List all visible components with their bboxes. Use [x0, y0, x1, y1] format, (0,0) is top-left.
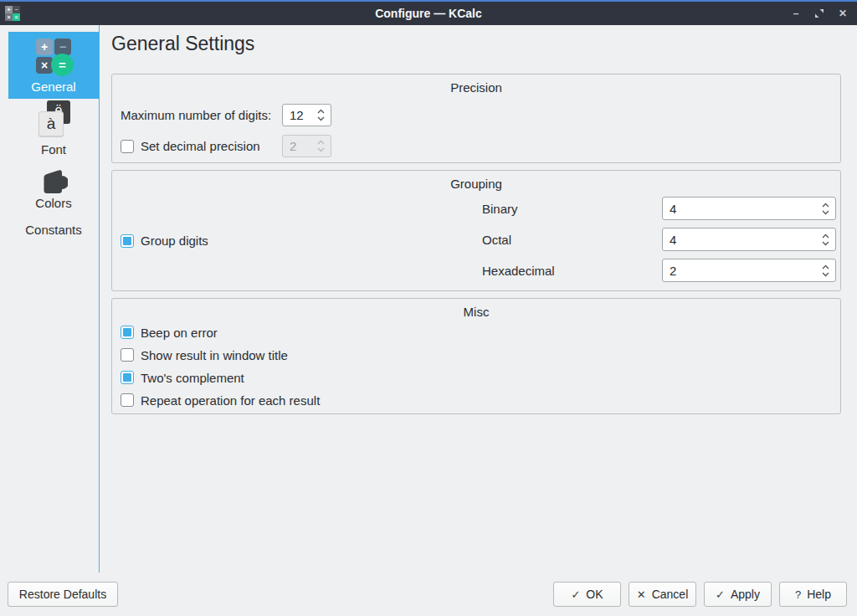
page-title: General Settings [111, 33, 254, 55]
font-icon-front-glyph: à [38, 111, 64, 136]
colors-icon [39, 169, 68, 194]
sidebar-separator [99, 25, 100, 572]
restore-defaults-button[interactable]: Restore Defaults [8, 582, 118, 607]
decimal-precision-checkbox[interactable] [121, 140, 134, 153]
precision-group: Precision Maximum number of digits: 12 S… [111, 74, 841, 163]
restore-icon[interactable] [812, 6, 827, 21]
max-digits-label: Maximum number of digits: [121, 108, 271, 122]
octal-value[interactable]: 4 [663, 233, 822, 247]
spinner-down-icon[interactable] [822, 210, 829, 215]
spinner-up-icon[interactable] [822, 203, 829, 208]
grouping-group: Grouping Group digits Binary 4 Octal 4 H… [111, 170, 841, 291]
window-controls: – ✕ [788, 2, 850, 25]
twos-complement-checkbox[interactable] [121, 371, 134, 384]
sidebar-label-colors: Colors [8, 196, 99, 210]
help-label: Help [807, 588, 831, 601]
beep-on-error-checkbox[interactable] [121, 326, 134, 339]
apply-label: Apply [731, 588, 760, 601]
calc-equals-glyph: = [51, 54, 74, 76]
hexadecimal-grouping-row: Hexadecimal 2 [112, 259, 840, 282]
help-button[interactable]: ? Help [779, 582, 847, 607]
spinner-up-icon[interactable] [317, 109, 325, 114]
repeat-operation-label[interactable]: Repeat operation for each result [141, 393, 320, 408]
precision-group-title: Precision [112, 80, 840, 95]
close-icon[interactable]: ✕ [835, 6, 850, 21]
close-icon: ✕ [637, 588, 646, 601]
decimal-precision-spinbox: 2 [282, 135, 331, 157]
hexadecimal-value[interactable]: 2 [663, 264, 822, 278]
hexadecimal-spinbox[interactable]: 2 [662, 259, 836, 282]
twos-complement-label[interactable]: Two's complement [141, 371, 244, 385]
max-digits-value[interactable]: 12 [283, 108, 317, 122]
hexadecimal-label: Hexadecimal [482, 264, 555, 278]
misc-group-title: Misc [112, 305, 840, 319]
beep-on-error-label[interactable]: Beep on error [141, 326, 218, 340]
sidebar-item-colors[interactable]: Colors [8, 167, 99, 218]
binary-label: Binary [482, 202, 518, 216]
repeat-operation-row: Repeat operation for each result [121, 393, 320, 408]
calculator-icon: + − × = [35, 38, 72, 74]
binary-grouping-row: Binary 4 [112, 197, 840, 220]
show-result-row: Show result in window title [121, 347, 288, 362]
octal-label: Octal [482, 233, 511, 247]
calc-times-glyph: × [36, 57, 53, 74]
check-icon: ✓ [716, 588, 725, 601]
minimize-icon[interactable]: – [788, 6, 803, 21]
restore-defaults-label: Restore Defaults [19, 588, 106, 601]
sidebar-item-constants[interactable]: Constants [8, 223, 99, 243]
sidebar-label-font: Font [8, 142, 99, 157]
beep-on-error-row: Beep on error [121, 325, 218, 340]
sidebar-label-constants: Constants [25, 223, 82, 237]
spinner-up-icon[interactable] [822, 234, 829, 239]
sidebar-label-general: General [8, 80, 99, 94]
spinner-up-icon [317, 140, 325, 145]
decimal-precision-value: 2 [283, 139, 317, 153]
calc-minus-glyph: − [54, 38, 71, 55]
window-title: Configure — KCalc [0, 7, 857, 20]
cancel-label: Cancel [652, 588, 689, 601]
binary-value[interactable]: 4 [663, 202, 822, 216]
sidebar-item-font[interactable]: ë à Font [8, 100, 99, 157]
font-icon: ë à [34, 100, 73, 139]
ok-label: OK [586, 588, 603, 601]
binary-spinbox[interactable]: 4 [662, 197, 836, 220]
spinner-down-icon[interactable] [822, 241, 829, 246]
octal-grouping-row: Octal 4 [112, 228, 840, 251]
misc-group: Misc Beep on error Show result in window… [111, 298, 841, 414]
grouping-group-title: Grouping [112, 177, 840, 191]
repeat-operation-checkbox[interactable] [121, 393, 134, 407]
check-icon: ✓ [571, 588, 580, 601]
spinner-down-icon[interactable] [822, 272, 829, 277]
apply-button[interactable]: ✓ Apply [704, 582, 772, 607]
titlebar[interactable]: + − × = Configure — KCalc – ✕ [0, 0, 857, 25]
octal-spinbox[interactable]: 4 [662, 228, 836, 251]
max-digits-spinbox[interactable]: 12 [282, 104, 331, 126]
spinner-down-icon[interactable] [317, 116, 325, 121]
twos-complement-row: Two's complement [121, 370, 244, 385]
spinner-down-icon [317, 147, 325, 152]
cancel-button[interactable]: ✕ Cancel [629, 582, 696, 607]
ok-button[interactable]: ✓ OK [553, 582, 621, 607]
sidebar-item-general[interactable]: + − × = General [8, 32, 99, 99]
decimal-precision-label[interactable]: Set decimal precision [141, 139, 260, 153]
calc-plus-glyph: + [36, 38, 53, 55]
show-result-checkbox[interactable] [121, 348, 134, 362]
spinner-up-icon[interactable] [822, 264, 829, 270]
question-icon: ? [795, 588, 801, 601]
show-result-label[interactable]: Show result in window title [141, 348, 288, 362]
